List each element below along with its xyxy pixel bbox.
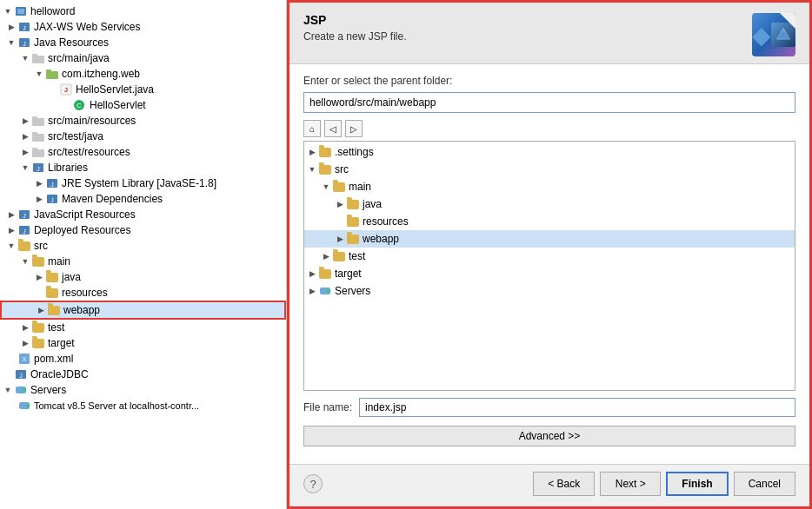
folder-icon bbox=[346, 215, 360, 228]
svg-point-40 bbox=[327, 289, 330, 293]
folder-icon bbox=[318, 162, 332, 176]
sidebar-item-jre[interactable]: ▶ J JRE System Library [JavaSE-1.8] bbox=[0, 175, 286, 191]
footer-left: ? bbox=[303, 474, 323, 493]
sidebar-item-tomcat[interactable]: Tomcat v8.5 Server at localhost-contr... bbox=[0, 398, 286, 413]
sidebar-item-libraries[interactable]: ▼ J Libraries bbox=[0, 160, 286, 175]
next-button[interactable]: Next > bbox=[600, 472, 661, 496]
tree-webapp[interactable]: ▶ webapp bbox=[304, 230, 795, 248]
sidebar-item-java-resources[interactable]: ▼ J Java Resources bbox=[0, 35, 286, 50]
file-name-input[interactable] bbox=[359, 398, 795, 417]
tree-settings[interactable]: ▶ .settings bbox=[304, 143, 795, 161]
dialog-header-text: JSP Create a new JSP file. bbox=[303, 13, 407, 43]
advanced-button[interactable]: Advanced >> bbox=[303, 426, 795, 446]
arrow-icon: ▶ bbox=[308, 287, 316, 295]
tree-target[interactable]: ▶ target bbox=[304, 265, 795, 282]
sidebar-item-oracle-jdbc[interactable]: J OracleJDBC bbox=[0, 367, 286, 382]
sidebar-item-servers[interactable]: ▼ Servers bbox=[0, 382, 286, 398]
tree-label: Servers bbox=[30, 384, 66, 396]
src-folder-icon bbox=[31, 51, 45, 65]
sidebar-item-src-test-java[interactable]: ▶ src/test/java bbox=[0, 129, 286, 144]
tree-java[interactable]: ▶ java bbox=[304, 195, 795, 213]
svg-text:J: J bbox=[64, 86, 68, 94]
folder-icon bbox=[45, 286, 59, 300]
sidebar-item-webapp[interactable]: ▶ webapp bbox=[0, 301, 286, 320]
folder-icon bbox=[17, 239, 31, 253]
sidebar-item-main[interactable]: ▼ main bbox=[0, 254, 286, 269]
arrow-icon: ▶ bbox=[35, 273, 43, 281]
svg-point-33 bbox=[23, 388, 26, 392]
sidebar-item-deployed-resources[interactable]: ▶ J Deployed Resources bbox=[0, 222, 286, 238]
sidebar-item-js-resources[interactable]: ▶ J JavaScript Resources bbox=[0, 207, 286, 222]
tree-label: Servers bbox=[335, 285, 370, 297]
project-tree: ▼ helloword ▶ J JAX-WS Web Services ▼ J … bbox=[0, 0, 286, 417]
arrow-icon: ▶ bbox=[21, 116, 30, 125]
svg-text:J: J bbox=[19, 373, 23, 379]
sidebar-item-helloservlet[interactable]: C HelloServlet bbox=[0, 97, 286, 113]
jsp-dialog: JSP Create a new JSP file. Enter or sele… bbox=[287, 0, 812, 509]
spacer bbox=[49, 85, 57, 94]
jar-icon: J bbox=[45, 176, 59, 190]
tree-label: src/main/java bbox=[48, 52, 110, 64]
tree-label: JRE System Library [JavaSE-1.8] bbox=[62, 177, 216, 189]
dialog-subtitle: Create a new JSP file. bbox=[303, 30, 407, 43]
folder-icon bbox=[47, 303, 61, 317]
sidebar-item-src[interactable]: ▼ src bbox=[0, 238, 286, 254]
arrow-icon: ▼ bbox=[35, 69, 43, 78]
arrow-icon: ▶ bbox=[35, 179, 43, 188]
file-name-row: File name: bbox=[303, 398, 795, 417]
arrow-icon: ▼ bbox=[7, 241, 16, 250]
back-button[interactable]: ◁ bbox=[324, 120, 342, 137]
folder-input[interactable] bbox=[303, 92, 795, 113]
java-file-icon: J bbox=[59, 83, 73, 96]
folder-icon bbox=[332, 180, 346, 194]
tree-label: target bbox=[48, 337, 75, 349]
sidebar-item-package[interactable]: ▼ com.itzheng.web bbox=[0, 66, 286, 82]
svg-text:J: J bbox=[23, 25, 26, 31]
tree-label: webapp bbox=[363, 233, 399, 245]
tree-toolbar: ⌂ ◁ ▷ bbox=[303, 120, 795, 137]
tree-main[interactable]: ▼ main bbox=[304, 178, 795, 195]
tree-label: src bbox=[335, 163, 349, 175]
sidebar-item-maven-deps[interactable]: ▶ J Maven Dependencies bbox=[0, 191, 286, 207]
folder-icon bbox=[346, 232, 360, 246]
svg-rect-1 bbox=[17, 9, 24, 14]
arrow-icon: ▶ bbox=[308, 269, 316, 278]
sidebar-item-pom-xml[interactable]: X pom.xml bbox=[0, 351, 286, 367]
folder-icon bbox=[45, 270, 59, 284]
jar-icon: J bbox=[45, 192, 59, 206]
help-button[interactable]: ? bbox=[303, 474, 323, 493]
sidebar-item-resources-folder[interactable]: resources bbox=[0, 285, 286, 301]
sidebar-item-jax-ws[interactable]: ▶ J JAX-WS Web Services bbox=[0, 19, 286, 35]
spacer bbox=[35, 288, 43, 297]
back-button[interactable]: < Back bbox=[533, 472, 595, 496]
project-icon bbox=[14, 4, 28, 18]
tree-label: Java Resources bbox=[34, 36, 109, 49]
sidebar-item-java-folder[interactable]: ▶ java bbox=[0, 269, 286, 285]
folder-tree[interactable]: ▶ .settings ▼ src ▼ main ▶ java bbox=[303, 141, 795, 391]
sidebar-item-helloservlet-java[interactable]: J HelloServlet.java bbox=[0, 82, 286, 97]
tree-label: Deployed Resources bbox=[34, 224, 130, 236]
tree-src[interactable]: ▼ src bbox=[304, 161, 795, 178]
sidebar-item-src-main-resources[interactable]: ▶ src/main/resources bbox=[0, 113, 286, 129]
forward-button[interactable]: ▷ bbox=[345, 120, 363, 137]
tree-test[interactable]: ▶ test bbox=[304, 248, 795, 265]
folder-icon bbox=[346, 197, 360, 211]
svg-point-35 bbox=[26, 404, 30, 407]
home-button[interactable]: ⌂ bbox=[303, 120, 321, 137]
arrow-icon: ▼ bbox=[308, 165, 316, 174]
sidebar-item-src-test-resources[interactable]: ▶ src/test/resources bbox=[0, 144, 286, 160]
cancel-button[interactable]: Cancel bbox=[734, 472, 795, 496]
finish-button[interactable]: Finish bbox=[666, 472, 728, 496]
src-folder-icon bbox=[31, 129, 45, 143]
sidebar-item-target[interactable]: ▶ target bbox=[0, 335, 286, 351]
jar-icon: J bbox=[17, 208, 31, 221]
tree-servers[interactable]: ▶ Servers bbox=[304, 282, 795, 300]
sidebar-item-src-main-java[interactable]: ▼ src/main/java bbox=[0, 50, 286, 66]
tree-resources[interactable]: resources bbox=[304, 213, 795, 230]
sidebar-item-test[interactable]: ▶ test bbox=[0, 320, 286, 335]
tree-label: OracleJDBC bbox=[30, 368, 89, 380]
tree-root-helloword[interactable]: ▼ helloword bbox=[0, 3, 286, 19]
tree-label: src/test/resources bbox=[48, 146, 130, 158]
tree-label: webapp bbox=[63, 304, 100, 316]
spacer bbox=[63, 101, 71, 109]
